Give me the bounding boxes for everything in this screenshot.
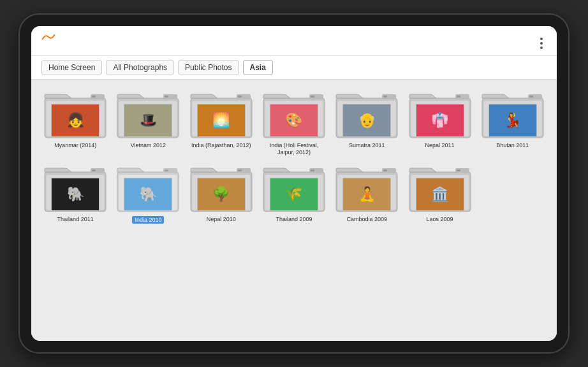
folder-label: Cambodia 2009 [347,216,388,223]
folder-photo: 🎩 [124,104,172,137]
folder-item[interactable]: 🌾Thailand 2009 [260,162,328,224]
folder-item[interactable]: 🐘India 2010 [114,162,182,224]
folder-item[interactable]: 🐘Thailand 2011 [41,162,109,224]
folder-label: Sumatra 2011 [349,142,385,149]
folder-wrapper: 🐘 [43,162,107,215]
folder-item[interactable]: 🏛️Laos 2009 [406,162,473,224]
folder-photo: 🧘 [342,178,391,211]
folder-wrapper: 👧 [43,89,107,141]
folder-wrapper: 🐘 [116,162,180,215]
folder-label: Laos 2009 [427,216,453,223]
folder-item[interactable]: 🌅India (Rajasthan, 2012) [187,89,255,156]
folder-label: India 2010 [132,216,164,224]
content-area: 👧Myanmar (2014) 🎩Vietnam 2012 🌅India (Ra… [31,80,557,341]
folder-wrapper: 🌅 [189,89,253,141]
svg-rect-39 [238,169,242,171]
folder-grid-row1: 👧Myanmar (2014) 🎩Vietnam 2012 🌅India (Ra… [41,89,547,156]
folder-label: Nepal 2011 [425,142,455,149]
svg-rect-51 [457,169,460,171]
folder-wrapper: 🎩 [116,89,180,141]
folder-label: Bhutan 2011 [496,142,529,149]
svg-rect-15 [311,96,314,97]
svg-rect-43 [311,169,314,171]
folder-label: India (Holi Festival, Jaipur, 2012) [262,142,326,156]
folder-wrapper: 💃 [481,89,545,141]
tablet-frame: Home ScreenAll PhotographsPublic PhotosA… [20,15,568,352]
folder-wrapper: 🧘 [335,162,399,215]
nav-tab-public-photos[interactable]: Public Photos [178,60,239,75]
folder-item[interactable]: 👘Nepal 2011 [406,89,473,156]
svg-rect-27 [529,96,533,97]
folder-photo: 👘 [416,104,464,137]
folder-item[interactable]: 💃Bhutan 2011 [479,89,547,156]
tablet-screen: Home ScreenAll PhotographsPublic PhotosA… [31,26,557,341]
nav-bar: Home ScreenAll PhotographsPublic PhotosA… [31,56,557,80]
svg-rect-11 [238,96,242,97]
logo-swoosh [41,32,55,41]
folder-photo: 🎨 [270,104,318,137]
header-left [41,32,63,41]
svg-rect-35 [165,169,168,171]
more-dot-2 [540,42,543,45]
folder-label: Thailand 2011 [57,216,94,223]
folder-wrapper: 🌾 [262,162,326,215]
folder-wrapper: 🏛️ [408,162,472,215]
folder-wrapper: 👘 [408,89,472,141]
folder-wrapper: 🎨 [262,89,326,141]
folder-photo: 👧 [51,104,99,137]
folder-photo: 🐘 [124,178,172,211]
more-menu-button[interactable] [536,35,547,52]
nav-tab-home-screen[interactable]: Home Screen [41,60,102,75]
more-dot-1 [540,38,543,40]
folder-photo: 👴 [342,104,391,137]
folder-item[interactable]: 🧘Cambodia 2009 [333,162,401,224]
folder-item[interactable]: 🎨India (Holi Festival, Jaipur, 2012) [260,89,328,156]
folder-grid-row2: 🐘Thailand 2011 🐘India 2010 🌳Nepal 2010 🌾… [41,162,547,224]
svg-rect-3 [92,96,96,97]
folder-photo: 🐘 [51,178,99,211]
folder-item[interactable]: 🎩Vietnam 2012 [114,89,182,156]
svg-rect-31 [92,169,96,171]
zenfolio-logo [41,32,55,41]
nav-tab-all-photographs[interactable]: All Photographs [106,60,174,75]
folder-label: Vietnam 2012 [131,142,166,149]
svg-rect-23 [457,96,460,97]
folder-photo: 🌅 [197,104,246,137]
folder-item[interactable]: 🌳Nepal 2010 [187,162,255,224]
folder-photo: 💃 [489,104,537,137]
header [31,26,557,56]
folder-label: Thailand 2009 [276,216,312,223]
folder-photo: 🏛️ [416,178,464,211]
folder-photo: 🌳 [197,178,246,211]
more-dot-3 [540,47,543,49]
folder-label: India (Rajasthan, 2012) [191,142,251,149]
folder-photo: 🌾 [270,178,318,211]
svg-rect-19 [383,96,387,97]
folder-wrapper: 👴 [335,89,399,141]
folder-item[interactable]: 👧Myanmar (2014) [41,89,109,156]
folder-label: Myanmar (2014) [54,142,96,149]
svg-rect-47 [383,169,387,171]
svg-rect-7 [165,96,168,97]
nav-tab-asia[interactable]: Asia [243,60,273,75]
folder-item[interactable]: 👴Sumatra 2011 [333,89,401,156]
folder-wrapper: 🌳 [189,162,253,215]
folder-label: Nepal 2010 [207,216,236,223]
